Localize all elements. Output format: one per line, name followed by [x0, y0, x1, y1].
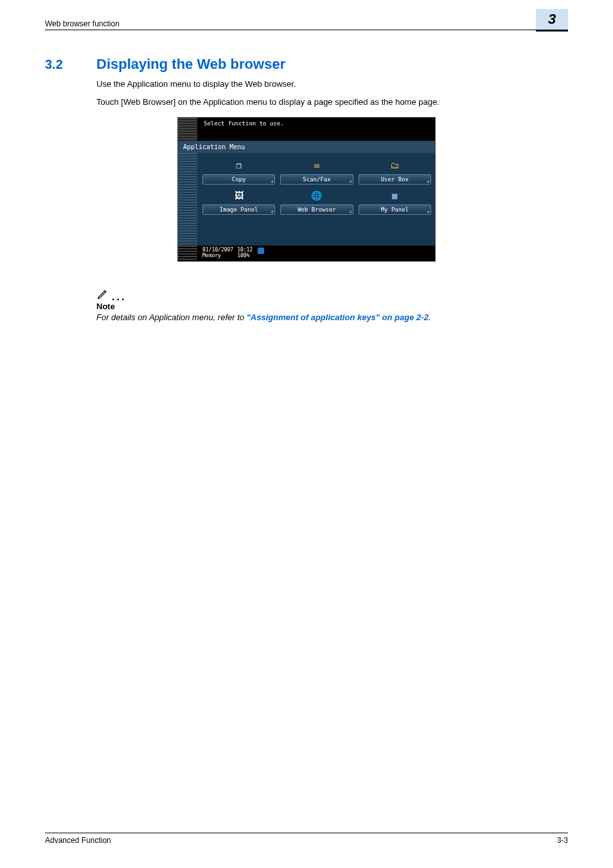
ellipsis-icon: ...	[112, 294, 126, 300]
page-footer: Advanced Function 3-3	[45, 833, 568, 845]
screenshot-message-bar: Select function to use.	[178, 118, 435, 141]
chapter-number: 3	[548, 11, 556, 28]
mypanel-icon: ▦	[386, 188, 403, 203]
web-icon: 🌐	[308, 188, 325, 203]
footer-page-number: 3-3	[557, 836, 568, 845]
menu-item-label: Copy	[202, 174, 275, 185]
paragraph: Touch [Web Browser] on the Application m…	[96, 96, 568, 109]
menu-item-scanfax[interactable]: ✉ Scan/Fax	[280, 158, 353, 185]
note-icon	[96, 287, 109, 300]
footer-memory-value: 100%	[237, 253, 253, 259]
menu-item-label: Web Browser	[280, 204, 353, 215]
menu-item-mypanel[interactable]: ▦ My Panel	[359, 188, 431, 215]
note-label: Note	[96, 302, 568, 311]
menu-item-label: Image Panel	[202, 204, 275, 215]
section-number: 3.2	[45, 57, 96, 72]
copy-icon: ❐	[231, 158, 247, 172]
menu-item-userbox[interactable]: 🗂 User Box	[359, 158, 431, 185]
note-text-trail: .	[429, 312, 431, 322]
application-menu-panel: ❐ Copy ✉ Scan/Fax 🗂 User Box 🖼 Image Pan…	[178, 153, 435, 246]
screenshot-message: Select function to use.	[204, 120, 284, 127]
menu-item-imagepanel[interactable]: 🖼 Image Panel	[202, 188, 275, 215]
footer-doc-title: Advanced Function	[45, 836, 111, 845]
menu-item-label: Scan/Fax	[280, 174, 353, 185]
note-crossref-link[interactable]: "Assignment of application keys" on page…	[247, 312, 429, 322]
running-title: Web browser function	[45, 19, 120, 28]
note-block: ... Note For details on Application menu…	[96, 287, 568, 322]
imgpanel-icon: 🖼	[231, 188, 247, 203]
note-body: For details on Application menu, refer t…	[96, 312, 568, 322]
chapter-number-badge: 3	[536, 9, 568, 32]
status-icon	[258, 248, 264, 254]
section-title: Displaying the Web browser	[96, 56, 285, 73]
menu-item-label: User Box	[359, 174, 431, 185]
scanfax-icon: ✉	[308, 158, 325, 172]
userbox-icon: 🗂	[386, 158, 403, 172]
note-text-lead: For details on Application menu, refer t…	[96, 312, 247, 322]
section-heading: 3.2 Displaying the Web browser	[45, 56, 568, 73]
paragraph: Use the Application menu to display the …	[96, 78, 568, 91]
screenshot-footer: 01/10/2007 Memory 10:12 100%	[178, 246, 435, 261]
header-bar: Web browser function	[45, 19, 568, 30]
application-menu-title: Application Menu	[178, 141, 435, 153]
menu-item-label: My Panel	[359, 204, 431, 215]
menu-item-copy[interactable]: ❐ Copy	[202, 158, 275, 185]
menu-item-webbrowser[interactable]: 🌐 Web Browser	[280, 188, 353, 215]
device-screenshot: Select function to use. Application Menu…	[177, 117, 436, 262]
footer-memory-label: Memory	[202, 253, 233, 259]
